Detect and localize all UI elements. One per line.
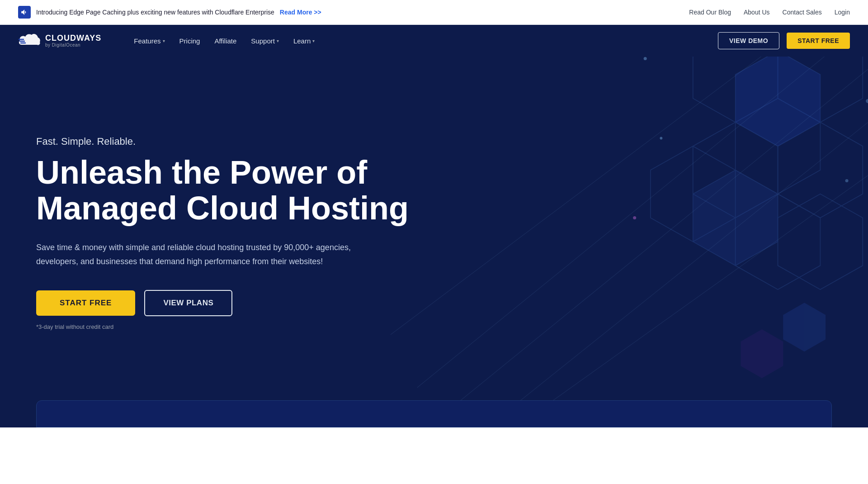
announcement-text: Introducing Edge Page Caching plus excit…	[36, 9, 274, 16]
svg-point-24	[845, 179, 849, 182]
nav-affiliate[interactable]: Affiliate	[209, 34, 242, 47]
svg-point-25	[660, 137, 662, 140]
hero-title-line2: Managed Cloud Hosting	[36, 190, 409, 226]
features-chevron-icon: ▾	[163, 38, 165, 43]
start-free-button-nav[interactable]: START FREE	[787, 33, 850, 49]
hero-background	[391, 57, 868, 400]
support-chevron-icon: ▾	[277, 38, 279, 43]
nav-links: Features ▾ Pricing Affiliate Support ▾ L…	[128, 34, 718, 47]
main-navbar: CLOUDWAYS by DigitalOcean Features ▾ Pri…	[0, 25, 868, 57]
svg-line-18	[497, 176, 868, 400]
announcement-right: Read Our Blog About Us Contact Sales Log…	[689, 9, 850, 16]
hero-start-free-button[interactable]: START FREE	[36, 290, 135, 316]
nav-buttons: VIEW DEMO START FREE	[718, 32, 850, 49]
read-blog-link[interactable]: Read Our Blog	[689, 9, 731, 16]
svg-point-22	[644, 57, 647, 60]
pricing-label: Pricing	[179, 37, 200, 45]
logo-sub: by DigitalOcean	[45, 43, 101, 47]
svg-marker-14	[693, 170, 778, 266]
trial-text: *3-day trial without credit card	[36, 323, 420, 330]
contact-sales-link[interactable]: Contact Sales	[783, 9, 822, 16]
svg-marker-15	[783, 303, 826, 351]
logo[interactable]: CLOUDWAYS by DigitalOcean	[18, 32, 101, 49]
announcement-bar: Introducing Edge Page Caching plus excit…	[0, 0, 868, 25]
logo-name: CLOUDWAYS	[45, 34, 101, 43]
svg-point-23	[866, 99, 868, 103]
bottom-section	[0, 400, 868, 427]
hero-description: Save time & money with simple and reliab…	[36, 241, 389, 268]
view-demo-button[interactable]: VIEW DEMO	[718, 32, 779, 49]
about-us-link[interactable]: About Us	[744, 9, 770, 16]
bottom-card	[36, 400, 832, 427]
nav-features[interactable]: Features ▾	[128, 34, 170, 47]
svg-line-20	[470, 122, 868, 400]
hero-buttons: START FREE VIEW PLANS	[36, 290, 420, 316]
read-more-link[interactable]: Read More >>	[280, 9, 321, 16]
login-link[interactable]: Login	[835, 9, 850, 16]
features-label: Features	[134, 37, 160, 45]
learn-chevron-icon: ▾	[312, 38, 315, 43]
support-label: Support	[251, 37, 275, 45]
hero-view-plans-button[interactable]: VIEW PLANS	[144, 290, 232, 316]
hero-content: Fast. Simple. Reliable. Unleash the Powe…	[36, 136, 420, 331]
nav-pricing[interactable]: Pricing	[174, 34, 206, 47]
announcement-left: Introducing Edge Page Caching plus excit…	[18, 6, 321, 19]
affiliate-label: Affiliate	[214, 37, 236, 45]
nav-support[interactable]: Support ▾	[245, 34, 284, 47]
hero-title-line1: Unleash the Power of	[36, 154, 367, 190]
logo-text: CLOUDWAYS by DigitalOcean	[45, 34, 101, 48]
megaphone-icon	[18, 6, 31, 19]
hero-subtitle: Fast. Simple. Reliable.	[36, 136, 420, 147]
hero-title: Unleash the Power of Managed Cloud Hosti…	[36, 155, 420, 226]
learn-label: Learn	[293, 37, 311, 45]
svg-marker-16	[741, 329, 783, 378]
hero-section: Fast. Simple. Reliable. Unleash the Powe…	[0, 57, 868, 400]
svg-point-26	[633, 216, 636, 219]
nav-learn[interactable]: Learn ▾	[288, 34, 320, 47]
cloudways-logo-icon	[18, 32, 41, 49]
